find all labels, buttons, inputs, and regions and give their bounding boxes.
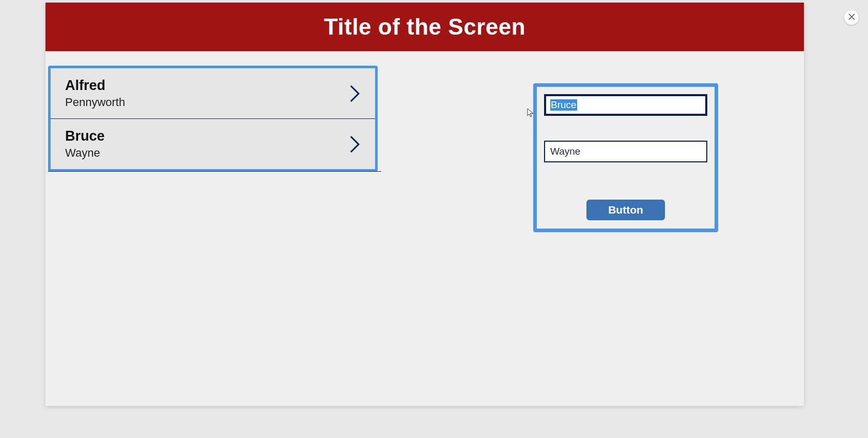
chevron-right-icon [349, 84, 361, 103]
submit-button[interactable]: Button [586, 200, 665, 220]
close-icon [848, 13, 855, 22]
list-item-primary: Alfred [65, 78, 125, 94]
list-item[interactable]: Bruce Wayne [51, 119, 375, 169]
list-item-primary: Bruce [65, 128, 105, 144]
first-name-input[interactable] [544, 94, 707, 116]
content-area: Alfred Pennyworth Bruce Wayne [45, 51, 804, 66]
form-panel: Bruce Button [533, 83, 718, 232]
list-item-text: Bruce Wayne [65, 128, 105, 160]
list-item-secondary: Pennyworth [65, 96, 125, 109]
screen-header: Title of the Screen [45, 3, 804, 51]
list-item-text: Alfred Pennyworth [65, 78, 125, 109]
last-name-field-wrap [544, 141, 707, 162]
screen-title: Title of the Screen [45, 14, 804, 40]
main-panel: Title of the Screen Alfred Pennyworth Br… [45, 3, 804, 406]
last-name-input[interactable] [544, 141, 707, 162]
button-row: Button [544, 200, 707, 220]
chevron-right-icon [349, 135, 361, 154]
first-name-field-wrap: Bruce [544, 94, 707, 116]
close-button[interactable] [844, 10, 859, 25]
people-list: Alfred Pennyworth Bruce Wayne [48, 66, 378, 172]
list-item-secondary: Wayne [65, 146, 105, 160]
list-item[interactable]: Alfred Pennyworth [51, 68, 375, 119]
